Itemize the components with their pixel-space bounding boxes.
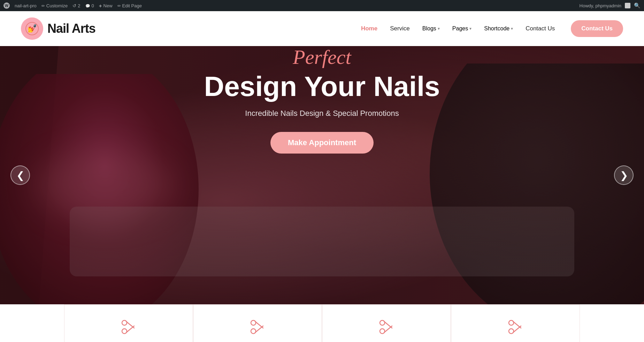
nav-shortcode[interactable]: Shortcode (484, 25, 513, 32)
svg-text:💅: 💅 (28, 24, 37, 33)
svg-line-9 (255, 326, 263, 333)
service-icon-1 (117, 315, 140, 337)
revisions-count: 2 (78, 3, 80, 8)
carousel-prev-button[interactable]: ❮ (10, 165, 30, 185)
edit-pencil-icon (117, 3, 121, 8)
carousel-next-button[interactable]: ❯ (614, 165, 634, 185)
customize-item[interactable]: Customize (41, 3, 68, 8)
edit-page-item[interactable]: Edit Page (117, 3, 142, 8)
customize-label: Customize (46, 3, 68, 8)
service-card-3[interactable] (322, 304, 451, 342)
revisions-icon: ↺ (72, 3, 76, 8)
svg-line-17 (513, 326, 521, 333)
svg-line-5 (126, 326, 134, 333)
search-icon[interactable]: 🔍 (634, 2, 641, 9)
service-card-4[interactable] (451, 304, 580, 342)
nav-service[interactable]: Service (390, 25, 410, 32)
revisions-item[interactable]: ↺ 2 (72, 3, 80, 8)
avatar (625, 3, 630, 8)
svg-line-13 (384, 326, 392, 333)
comments-count: 0 (92, 3, 94, 8)
edit-page-label: Edit Page (122, 3, 142, 8)
nav-contact[interactable]: Contact Us (526, 25, 555, 32)
wp-logo-item[interactable]: W (3, 2, 10, 9)
new-label: New (104, 3, 113, 8)
site-url-label: nail-art-pro (15, 3, 37, 8)
contact-us-button[interactable]: Contact Us (571, 20, 623, 37)
logo-link[interactable]: 💅 Nail Arts (21, 17, 95, 40)
hero-section: Perfect Design Your Nails Incredible Nai… (0, 46, 644, 304)
hero-subtitle: Perfect (0, 46, 644, 68)
hero-content: Perfect Design Your Nails Incredible Nai… (0, 46, 644, 154)
wp-logo: W (3, 2, 10, 9)
comment-icon (85, 3, 90, 8)
service-icon-4 (504, 315, 527, 337)
service-card-2[interactable] (193, 304, 322, 342)
nav-pages[interactable]: Pages (452, 25, 472, 32)
new-item[interactable]: New (99, 3, 113, 9)
logo-icon: 💅 (21, 17, 43, 40)
site-name-item[interactable]: nail-art-pro (15, 3, 37, 8)
admin-bar: W nail-art-pro Customize ↺ 2 0 New Edit … (0, 0, 644, 11)
site-name: Nail Arts (47, 21, 95, 36)
comments-item[interactable]: 0 (85, 3, 94, 8)
service-card-1[interactable] (64, 304, 193, 342)
plus-icon (99, 3, 102, 9)
services-row (0, 304, 644, 342)
nav-blogs[interactable]: Blogs (422, 25, 440, 32)
hero-title: Design Your Nails (0, 71, 644, 102)
make-appointment-button[interactable]: Make Appointment (270, 132, 374, 154)
site-header: 💅 Nail Arts Home Service Blogs Pages Sho… (0, 11, 644, 46)
nav-home[interactable]: Home (361, 25, 377, 32)
main-nav: Home Service Blogs Pages Shortcode Conta… (361, 20, 623, 37)
service-icon-2 (246, 315, 269, 337)
service-icon-3 (375, 315, 398, 337)
howdy-label: Howdy, phpmyadmin (580, 3, 621, 8)
hero-description: Incredible Nails Design & Special Promot… (0, 109, 644, 118)
pencil-icon (41, 3, 45, 8)
